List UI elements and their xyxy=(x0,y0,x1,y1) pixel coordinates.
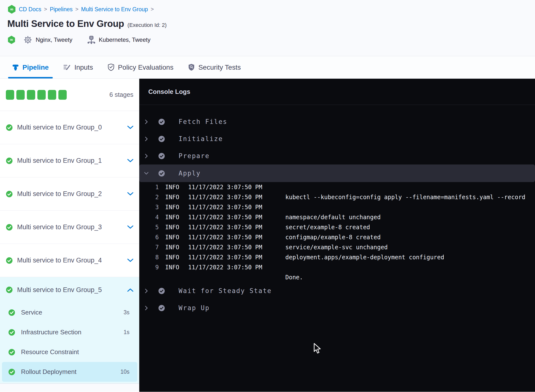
chevron-right-icon[interactable] xyxy=(144,137,149,141)
log-line: 2 INFO 11/17/2022 3:07:50 PM kubectl --k… xyxy=(148,192,535,202)
success-check-icon xyxy=(6,257,13,264)
console-step-row[interactable]: Initialize xyxy=(139,130,535,147)
expanded-stage-group: Multi service to Env Group_5 Service 3s … xyxy=(0,277,139,384)
sidebar-footer xyxy=(0,384,139,392)
log-timestamp: 11/17/2022 3:07:50 PM xyxy=(188,224,262,231)
console-step-label: Wrap Up xyxy=(179,304,210,312)
success-check-icon xyxy=(158,305,165,311)
inputs-icon xyxy=(63,64,71,71)
console-step-label: Apply xyxy=(179,170,201,177)
log-line: 9 INFO 11/17/2022 3:07:50 PM xyxy=(148,262,535,272)
success-check-icon xyxy=(158,119,165,125)
stage-step-row[interactable]: Infrastructure Section 1s xyxy=(2,322,137,342)
stages-sidebar: 6 stages Multi service to Env Group_0 Mu… xyxy=(0,79,139,392)
log-level: INFO xyxy=(165,204,180,211)
stage-step-duration: 1s xyxy=(124,329,129,336)
stage-status-square xyxy=(58,90,67,100)
stage-step-row[interactable]: Rollout Deployment 10s xyxy=(2,362,137,382)
execution-id-label: (Execution Id: 2) xyxy=(128,22,167,28)
chevron-down-icon[interactable] xyxy=(127,259,133,262)
log-line-number: 1 xyxy=(148,184,159,191)
tab-security-tests[interactable]: Security Tests xyxy=(184,56,245,78)
stage-progress-squares xyxy=(6,90,67,100)
stage-row[interactable]: Multi service to Env Group_1 xyxy=(0,144,139,177)
stage-status-square xyxy=(27,90,35,100)
tab-inputs[interactable]: Inputs xyxy=(59,56,97,78)
log-level: INFO xyxy=(165,214,180,221)
breadcrumb-link-cd-docs[interactable]: CD Docs xyxy=(19,6,41,13)
chevron-right-icon[interactable] xyxy=(144,154,149,158)
success-check-icon xyxy=(158,170,165,177)
breadcrumb-link-pipelines[interactable]: Pipelines xyxy=(50,6,73,13)
log-timestamp: 11/17/2022 3:07:50 PM xyxy=(188,184,262,191)
stage-status-square xyxy=(37,90,46,100)
stage-row[interactable]: Multi service to Env Group_5 xyxy=(0,277,139,303)
chevron-up-icon[interactable] xyxy=(127,288,133,292)
console-step-row[interactable]: Apply xyxy=(139,164,535,182)
stage-status-square xyxy=(6,90,14,100)
log-line: 8 INFO 11/17/2022 3:07:50 PM deployment.… xyxy=(148,252,535,262)
tab-pipeline[interactable]: Pipeline xyxy=(8,56,53,78)
execution-meta-row: ∞ Nginx, Tweety xyxy=(7,35,535,44)
success-check-icon xyxy=(6,191,13,197)
tab-policy-evaluations[interactable]: Policy Evaluations xyxy=(104,56,178,78)
chevron-down-icon[interactable] xyxy=(144,172,149,175)
stage-step-label: Service xyxy=(21,309,42,316)
chevron-down-icon[interactable] xyxy=(127,126,133,129)
stage-count-label: 6 stages xyxy=(109,91,133,98)
success-check-icon xyxy=(8,349,15,356)
log-line-number: 8 xyxy=(148,254,159,261)
tab-label: Security Tests xyxy=(198,64,241,71)
infrastructure-label: Kubernetes, Tweety xyxy=(99,36,150,43)
stage-row[interactable]: Multi service to Env Group_3 xyxy=(0,211,139,244)
log-line: 3 INFO 11/17/2022 3:07:50 PM xyxy=(148,202,535,212)
stage-row[interactable]: Multi service to Env Group_4 xyxy=(0,244,139,277)
log-level: INFO xyxy=(165,184,180,191)
log-level: INFO xyxy=(165,194,180,201)
log-message: Done. xyxy=(285,274,303,281)
console-step-row[interactable]: Wrap Up xyxy=(139,299,535,316)
tab-label: Policy Evaluations xyxy=(118,64,173,71)
cd-module-icon: ∞ xyxy=(7,35,16,44)
console-step-row[interactable]: Fetch Files xyxy=(139,113,535,130)
stage-step-row[interactable]: Resource Constraint xyxy=(2,342,137,362)
console-step-label: Prepare xyxy=(179,152,210,160)
chevron-down-icon[interactable] xyxy=(127,192,133,196)
chevron-right-icon[interactable] xyxy=(144,289,149,293)
log-message: namespace/default unchanged xyxy=(285,214,381,221)
stage-step-duration: 10s xyxy=(120,369,129,375)
cd-module-icon: ∞ xyxy=(7,5,16,14)
page-header: ∞ CD Docs > Pipelines > Multi Service to… xyxy=(0,0,535,56)
success-check-icon xyxy=(8,329,15,336)
log-message: secret/example-8 created xyxy=(285,224,370,231)
log-timestamp: 11/17/2022 3:07:50 PM xyxy=(188,254,262,261)
console-step-label: Fetch Files xyxy=(179,118,227,125)
success-check-icon xyxy=(158,288,165,294)
log-timestamp: 11/17/2022 3:07:50 PM xyxy=(188,194,262,201)
stage-label: Multi service to Env Group_4 xyxy=(17,257,102,264)
console-step-list: Fetch Files Initialize Prepare xyxy=(139,105,535,316)
chevron-down-icon[interactable] xyxy=(127,225,133,229)
log-timestamp: 11/17/2022 3:07:50 PM xyxy=(188,234,262,241)
log-line-number: 9 xyxy=(148,264,159,271)
pipeline-execution-page: ∞ CD Docs > Pipelines > Multi Service to… xyxy=(0,0,535,392)
log-message: deployment.apps/example-deployment confi… xyxy=(285,254,444,261)
console-logs-panel: Console Logs Fetch Files Initialize xyxy=(139,79,535,392)
console-step-row[interactable]: Prepare xyxy=(139,147,535,164)
chevron-right-icon[interactable] xyxy=(144,306,149,310)
console-step-row[interactable]: Wait for Steady State xyxy=(139,282,535,299)
stage-step-row[interactable]: Service 3s xyxy=(2,303,137,322)
pipeline-icon xyxy=(12,64,19,71)
log-level: INFO xyxy=(165,234,180,241)
stage-status-square xyxy=(48,90,56,100)
kubernetes-infrastructure-icon xyxy=(87,35,95,44)
tab-label: Inputs xyxy=(74,64,93,71)
breadcrumb-link-pipeline-name[interactable]: Multi Service to Env Group xyxy=(81,6,148,13)
console-step-label: Wait for Steady State xyxy=(179,287,272,294)
stage-row[interactable]: Multi service to Env Group_0 xyxy=(0,111,139,144)
stage-label: Multi service to Env Group_1 xyxy=(17,157,102,164)
chevron-down-icon[interactable] xyxy=(127,159,133,163)
chevron-right-icon[interactable] xyxy=(144,120,149,124)
stage-row[interactable]: Multi service to Env Group_2 xyxy=(0,177,139,211)
stage-label: Multi service to Env Group_2 xyxy=(17,190,102,198)
